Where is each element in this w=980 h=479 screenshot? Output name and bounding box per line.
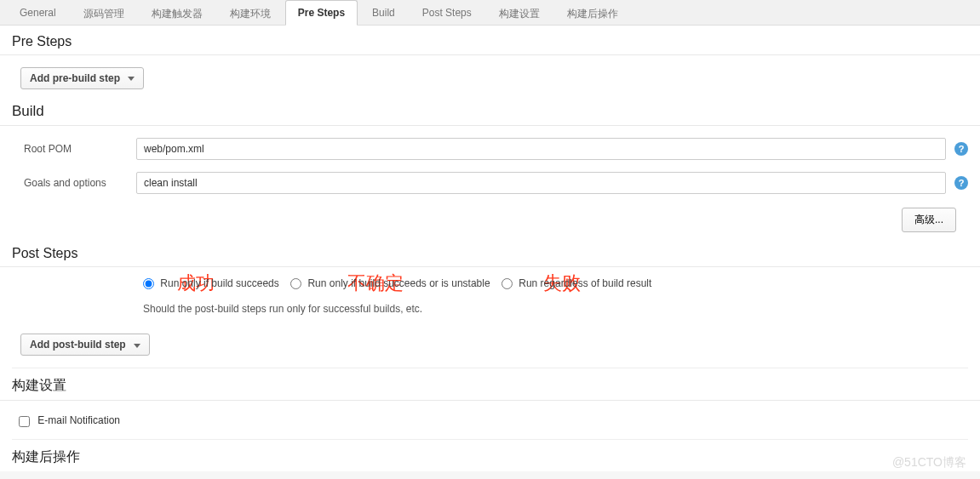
section-post-steps-heading: Post Steps — [0, 244, 980, 267]
help-icon[interactable]: ? — [954, 176, 968, 190]
email-notification-checkbox[interactable] — [19, 416, 30, 427]
email-notification-row: E-mail Notification — [0, 409, 980, 438]
watermark: @51CTO博客 — [892, 455, 966, 470]
radio-succeeds-input[interactable] — [143, 278, 154, 289]
email-notification-option[interactable]: E-mail Notification — [19, 414, 120, 426]
radio-regardless-label: Run regardless of build result — [519, 277, 651, 289]
tab-build[interactable]: Build — [359, 0, 408, 25]
radio-regardless[interactable]: Run regardless of build result — [501, 277, 651, 289]
advanced-row: 高级... — [0, 202, 980, 244]
section-build-heading: Build — [0, 101, 980, 126]
radio-unstable-input[interactable] — [290, 278, 301, 289]
radio-regardless-input[interactable] — [501, 278, 513, 289]
post-steps-description: Should the post-build steps run only for… — [0, 298, 980, 330]
tab-build-env[interactable]: 构建环境 — [217, 0, 284, 25]
root-pom-row: Root POM ? — [0, 134, 980, 168]
radio-unstable[interactable]: Run only if build succeeds or is unstabl… — [290, 277, 493, 289]
email-notification-label: E-mail Notification — [37, 414, 120, 426]
add-post-build-step-label: Add post-build step — [30, 339, 126, 351]
radio-succeeds[interactable]: Run only if build succeeds — [143, 277, 282, 289]
divider — [12, 368, 968, 368]
divider — [12, 439, 968, 440]
tab-build-settings[interactable]: 构建设置 — [486, 0, 553, 25]
tab-general[interactable]: General — [7, 0, 69, 25]
radio-unstable-label: Run only if build succeeds or is unstabl… — [307, 277, 490, 289]
section-pre-steps-heading: Pre Steps — [0, 32, 980, 55]
radio-succeeds-label: Run only if build succeeds — [160, 277, 278, 289]
section-build-settings-heading: 构建设置 — [0, 375, 980, 401]
tab-post-steps[interactable]: Post Steps — [410, 0, 484, 25]
add-post-build-step-button[interactable]: Add post-build step — [20, 334, 150, 356]
add-pre-build-step-button[interactable]: Add pre-build step — [20, 67, 144, 89]
config-content: Pre Steps Add pre-build step Build Root … — [0, 26, 980, 471]
root-pom-input[interactable] — [136, 138, 946, 160]
tab-scm[interactable]: 源码管理 — [71, 0, 137, 25]
tab-post-actions[interactable]: 构建后操作 — [554, 0, 631, 25]
goals-label: Goals and options — [24, 177, 136, 189]
help-icon[interactable]: ? — [954, 142, 968, 156]
goals-row: Goals and options ? — [0, 168, 980, 202]
config-tabs: General 源码管理 构建触发器 构建环境 Pre Steps Build … — [0, 0, 980, 26]
caret-down-icon — [128, 77, 135, 81]
root-pom-label: Root POM — [24, 143, 136, 155]
tab-pre-steps[interactable]: Pre Steps — [285, 0, 358, 26]
caret-down-icon — [134, 344, 140, 348]
post-steps-condition-row: Run only if build succeeds Run only if b… — [0, 276, 980, 298]
goals-input[interactable] — [136, 172, 946, 194]
section-post-actions-heading: 构建后操作 — [0, 447, 980, 471]
add-pre-build-step-label: Add pre-build step — [30, 72, 120, 84]
advanced-button[interactable]: 高级... — [902, 208, 956, 232]
tab-triggers[interactable]: 构建触发器 — [139, 0, 215, 25]
